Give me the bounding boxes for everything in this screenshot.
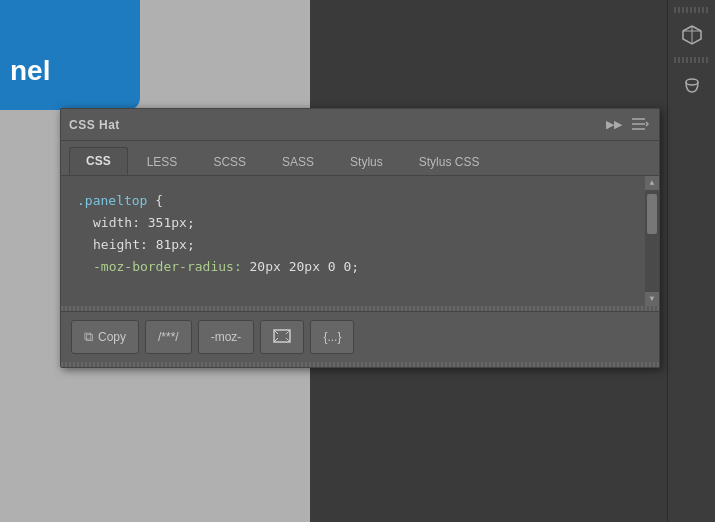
braces-button[interactable]: {...} [310,320,354,354]
scrollbar-thumb[interactable] [647,194,657,234]
code-width-line: width: 351px; [77,212,643,234]
right-sidebar [667,0,715,522]
moz-button[interactable]: -moz- [198,320,255,354]
code-border-radius-value: 20px 20px 0 0; [250,259,360,274]
tab-sass[interactable]: SASS [265,148,331,175]
scroll-up-btn[interactable]: ▲ [645,176,659,190]
sidebar-icon-bucket[interactable] [674,67,710,103]
copy-button[interactable]: ⧉ Copy [71,320,139,354]
scroll-down-btn[interactable]: ▼ [645,292,659,306]
tab-stylus-css[interactable]: Stylus CSS [402,148,497,175]
copy-icon: ⧉ [84,329,93,345]
code-height-value: 81px; [156,237,195,252]
braces-label: {...} [323,330,341,344]
panel-title: CSS Hat [69,118,120,132]
tab-css[interactable]: CSS [69,147,128,175]
code-border-radius-line: -moz-border-radius: 20px 20px 0 0; [77,256,643,278]
bottom-drag-handle [61,362,659,367]
tab-scss[interactable]: SCSS [196,148,263,175]
tabs-row: CSS LESS SCSS SASS Stylus Stylus CSS [61,141,659,176]
tab-stylus[interactable]: Stylus [333,148,400,175]
code-open-brace: { [155,193,163,208]
code-selector: .paneltop [77,193,147,208]
menu-icon [631,117,649,133]
code-border-radius-property: -moz-border-radius: [77,259,250,274]
panel-menu-btn[interactable] [629,115,651,135]
scrollbar-track[interactable]: ▲ ▼ [645,176,659,306]
panel-header: CSS Hat ▶▶ [61,109,659,141]
moz-label: -moz- [211,330,242,344]
forward-icon: ▶▶ [606,118,622,131]
copy-label: Copy [98,330,126,344]
comment-button[interactable]: /***/ [145,320,192,354]
code-selector-line: .paneltop { [77,190,643,212]
code-width-value: 351px; [148,215,195,230]
code-area: ▲ ▼ .paneltop { width: 351px; height: 81… [61,176,659,306]
size-button[interactable] [260,320,304,354]
tab-less[interactable]: LESS [130,148,195,175]
sidebar-icon-package[interactable] [674,17,710,53]
css-hat-panel: CSS Hat ▶▶ CSS LESS SCSS [60,108,660,368]
size-icon [273,328,291,347]
code-height-property: height: [77,237,156,252]
code-width-property: width: [77,215,148,230]
svg-point-2 [686,79,698,85]
sidebar-stripes-top [674,7,710,13]
sidebar-stripes-mid [674,57,710,63]
panel-header-icons: ▶▶ [603,115,651,135]
code-height-line: height: 81px; [77,234,643,256]
bottom-toolbar: ⧉ Copy /***/ -moz- {...} [61,311,659,362]
panel-forward-btn[interactable]: ▶▶ [603,115,625,135]
comment-label: /***/ [158,330,179,344]
panel-label: nel [0,55,60,87]
